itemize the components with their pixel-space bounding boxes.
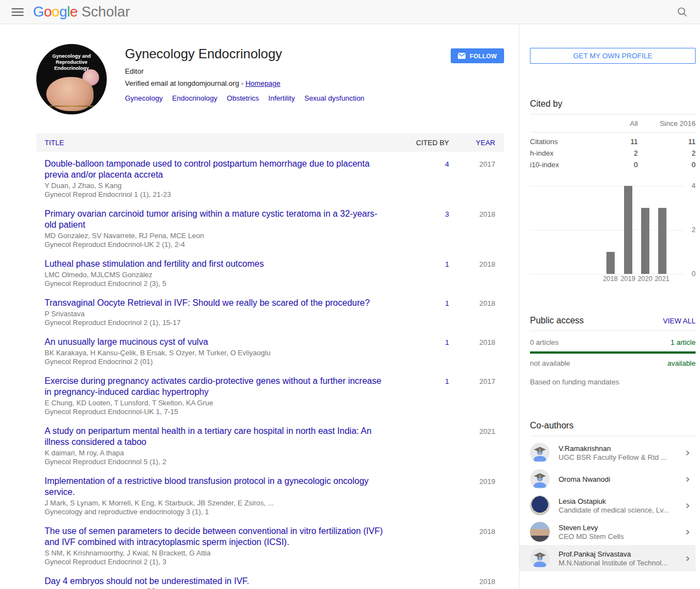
public-access-heading[interactable]: Public access (530, 316, 663, 326)
follow-button[interactable]: FOLLOW (451, 48, 504, 63)
article-row: Transvaginal Oocyte Retrieval in IVF: Sh… (45, 298, 495, 327)
chart-bar-2018[interactable] (606, 252, 615, 274)
article-venue: Gynecol Reproduct Endocrinol-UK 2 (1), 2… (45, 240, 389, 249)
article-cited-count[interactable]: 1 (400, 298, 449, 327)
stats-row: i10-index 0 0 (530, 159, 696, 170)
envelope-icon (458, 53, 466, 59)
chart-x-tick-label: 2021 (653, 275, 671, 283)
coauthor-row[interactable]: Lesia Ostapiuk Candidate of medical scie… (530, 492, 696, 519)
coauthor-name[interactable]: Prof.Pankaj Srivastava (559, 550, 683, 558)
coauthor-name[interactable]: V.Ramakrishnan (559, 444, 683, 453)
article-cited-count[interactable]: 1 (400, 337, 449, 366)
search-icon[interactable] (671, 1, 693, 23)
chart-y-tick-label: 2 (686, 225, 696, 234)
menu-icon[interactable] (7, 1, 29, 23)
sort-year-header[interactable]: YEAR (449, 139, 495, 147)
article-title-link[interactable]: Exercise during pregnancy activates card… (45, 376, 381, 397)
article-venue: Gynecol Reprod Endocrinol 2 (01) (45, 357, 389, 366)
article-row: An unusually large mucinous cyst of vulv… (45, 337, 495, 366)
article-row: Lutheal phase stimulation and fertility … (45, 258, 495, 288)
article-cited-count[interactable]: 4 (400, 158, 449, 199)
article-venue: Gynecol Reprod Endocrinol 1 (1), 21-23 (45, 190, 389, 199)
article-cited-count[interactable]: 1 (400, 376, 449, 416)
article-row: Implementation of a restrictive blood tr… (45, 476, 495, 516)
coauthors-list: V.Ramakrishnan UGC BSR Faculty Fellow & … (519, 439, 696, 571)
chart-bar-2020[interactable] (641, 208, 649, 274)
coauthor-name[interactable]: Oroma Nwanodi (559, 475, 683, 483)
chart-plot-area (530, 186, 684, 274)
stats-label[interactable]: h-index (530, 147, 599, 159)
article-authors: LMC Olmedo, MJLCMS González (45, 271, 389, 279)
coauthor-name[interactable]: Lesia Ostapiuk (559, 497, 683, 505)
homepage-link[interactable]: Homepage (245, 79, 281, 87)
article-title-link[interactable]: An unusually large mucinous cyst of vulv… (45, 337, 208, 346)
sidebar: GET MY OWN PROFILE Cited by All Since 20… (519, 24, 696, 589)
public-access-progress-bar (530, 351, 696, 354)
article-title-link[interactable]: Primary ovarian carcinoid tumor arising … (45, 209, 378, 229)
coauthor-row[interactable]: Oroma Nwanodi › (530, 466, 696, 492)
profile-avatar[interactable]: Gynecology and Reproductive Endocrinolog… (36, 44, 107, 114)
coauthor-row[interactable]: Steven Levy CEO MD Stem Cells › (530, 519, 696, 545)
view-all-link[interactable]: VIEW ALL (663, 317, 696, 325)
cited-by-section: Cited by All Since 2016 Citations 11 11 … (530, 99, 696, 283)
articles-table-header: TITLE CITED BY YEAR (36, 133, 504, 152)
scholar-default-avatar-icon (530, 548, 550, 568)
sort-title-header[interactable]: TITLE (45, 139, 400, 147)
article-title-link[interactable]: Transvaginal Oocyte Retrieval in IVF: Sh… (45, 298, 370, 307)
article-title-link[interactable]: A study on peripartum mental health in a… (45, 426, 371, 447)
article-row: Exercise during pregnancy activates card… (45, 376, 495, 416)
logo-letter: o (52, 3, 59, 20)
stats-label[interactable]: Citations (530, 133, 599, 148)
follow-button-label: FOLLOW (470, 53, 497, 59)
coauthor-photo (530, 522, 550, 542)
chart-bar-2019[interactable] (624, 186, 632, 274)
coauthor-avatar (530, 443, 550, 463)
interest-tag-link[interactable]: Infertility (269, 94, 295, 102)
article-venue: Gynecol Reproduct Endocrinol 5 (1), 2 (45, 458, 389, 466)
coauthor-affiliation: Candidate of medical science, Lv... (559, 506, 683, 514)
scholar-logo-text: Scholar (81, 3, 130, 20)
article-year: 2018 (449, 526, 495, 566)
stats-value-all: 0 (599, 159, 638, 170)
article-cited-count (400, 426, 449, 466)
article-cited-count[interactable]: 3 (400, 208, 449, 249)
stats-col-since: Since 2016 (638, 114, 696, 133)
article-venue: Gynecology and reproductive endocrinolog… (45, 508, 389, 516)
article-title-link[interactable]: The use of semen parameters to decide be… (45, 526, 383, 547)
article-authors: S NM, K Krishnamoorthy, J Kwal, N Bracke… (45, 549, 389, 558)
coauthor-affiliation: CEO MD Stem Cells (559, 532, 683, 541)
interest-tag-link[interactable]: Endocrinology (172, 94, 217, 102)
profile-header: Gynecology and Reproductive Endocrinolog… (36, 44, 504, 114)
get-my-own-profile-button[interactable]: GET MY OWN PROFILE (530, 48, 696, 64)
divider (530, 331, 696, 331)
article-year: 2018 (449, 298, 495, 327)
article-row: Double-balloon tamponade used to control… (45, 158, 495, 199)
stats-col-all: All (599, 114, 638, 133)
verified-email-text: Verified email at longdomjournal.org - (125, 79, 245, 87)
article-cited-count[interactable]: 1 (400, 258, 449, 288)
stats-label[interactable]: i10-index (530, 159, 599, 170)
coauthor-row[interactable]: Prof.Pankaj Srivastava M.N.National Inst… (519, 545, 696, 571)
coauthors-section: Co-authors V.Ramakrishnan UGC BSR Facult… (530, 421, 696, 571)
articles-available-count: 1 article (670, 338, 696, 346)
cited-by-heading[interactable]: Cited by (530, 99, 562, 108)
stats-value-since: 0 (638, 159, 696, 170)
article-year: 2018 (449, 337, 495, 366)
interest-tag-link[interactable]: Obstetrics (227, 94, 259, 102)
article-authors: BK Karakaya, H Kansu-Çelik, B Ersak, S O… (45, 349, 389, 357)
article-title-link[interactable]: Implementation of a restrictive blood tr… (45, 476, 369, 497)
coauthor-avatar (530, 548, 550, 568)
coauthor-name[interactable]: Steven Levy (559, 524, 683, 532)
interest-tag-link[interactable]: Sexual dysfunction (304, 94, 364, 102)
coauthor-row[interactable]: V.Ramakrishnan UGC BSR Faculty Fellow & … (530, 439, 696, 466)
interest-tag-link[interactable]: Gynecology (125, 94, 163, 102)
article-venue: Gynecol Reproduct Endocrinol 2 (1), 15-1… (45, 318, 389, 327)
chart-bar-2021[interactable] (658, 208, 666, 274)
article-title-link[interactable]: Day 4 embryos should not be underestimat… (45, 576, 249, 586)
article-venue: Gynecol Reproduct Endocrinol-UK 1, 7-15 (45, 408, 389, 416)
google-scholar-logo[interactable]: Google Scholar (33, 3, 130, 20)
article-title-link[interactable]: Lutheal phase stimulation and fertility … (45, 259, 264, 268)
article-title-link[interactable]: Double-balloon tamponade used to control… (45, 159, 370, 179)
sort-cited-header[interactable]: CITED BY (400, 139, 449, 147)
article-cited-count (400, 526, 449, 566)
